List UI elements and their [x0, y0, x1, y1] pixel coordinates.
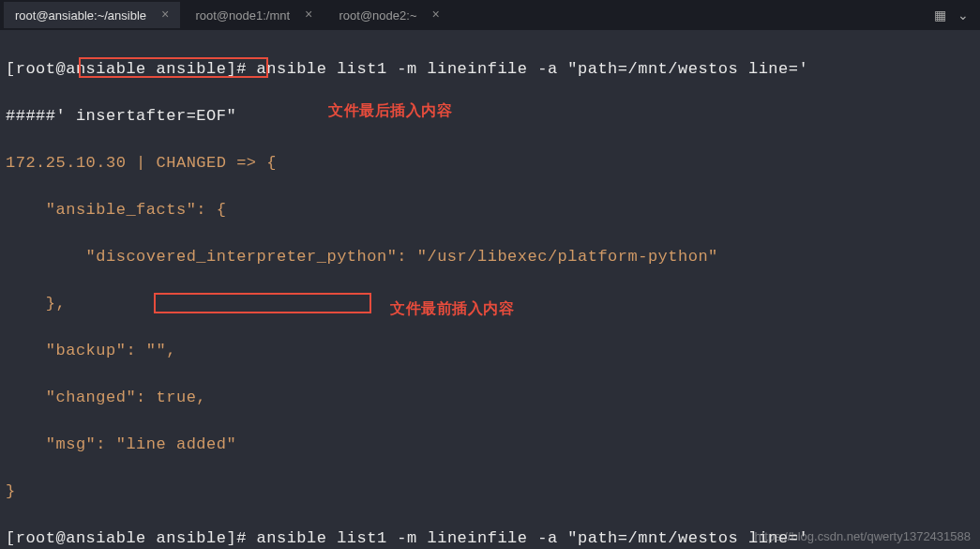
tab-node2[interactable]: root@node2:~ ×: [328, 2, 451, 28]
tab-label: root@node1:/mnt: [195, 8, 290, 23]
close-icon[interactable]: ×: [161, 8, 169, 23]
close-icon[interactable]: ×: [305, 8, 312, 23]
tab-label: root@ansiable:~/ansible: [15, 8, 146, 23]
command-text: ansible list1 -m lineinfile -a "path=/mn…: [257, 60, 809, 78]
chevron-down-icon[interactable]: ⌄: [957, 8, 969, 23]
annotation-text: 文件最后插入内容: [328, 99, 452, 122]
output-line: "discovered_interpreter_python": "/usr/l…: [6, 248, 718, 266]
output-line: },: [6, 295, 66, 313]
annotation-text: 文件最前插入内容: [390, 297, 514, 320]
tab-ansible[interactable]: root@ansiable:~/ansible ×: [4, 2, 180, 28]
prompt: [root@ansiable ansible]#: [6, 529, 257, 547]
command-text: #####' insertafter=EOF": [6, 107, 236, 125]
watermark: https://blog.csdn.net/qwerty1372431588: [754, 529, 971, 543]
terminal-content[interactable]: [root@ansiable ansible]# ansible list1 -…: [0, 30, 980, 549]
tab-controls: ▦ ⌄: [927, 8, 976, 23]
command-text: ansible list1 -m lineinfile -a "path=/mn…: [257, 529, 809, 547]
output-line: "msg": "line added": [6, 435, 236, 453]
tab-bar: root@ansiable:~/ansible × root@node1:/mn…: [0, 0, 980, 30]
output-line: "changed": true,: [6, 389, 206, 406]
tab-node1[interactable]: root@node1:/mnt ×: [184, 2, 324, 28]
prompt: [root@ansiable ansible]#: [6, 60, 257, 78]
output-line: }: [6, 482, 16, 500]
output-line: "ansible_facts": {: [6, 201, 226, 219]
output-line: 172.25.10.30 | CHANGED => {: [6, 154, 277, 172]
output-line: "backup": "",: [6, 342, 176, 359]
grid-icon[interactable]: ▦: [934, 8, 946, 23]
close-icon[interactable]: ×: [431, 8, 439, 23]
tab-label: root@node2:~: [339, 8, 417, 23]
